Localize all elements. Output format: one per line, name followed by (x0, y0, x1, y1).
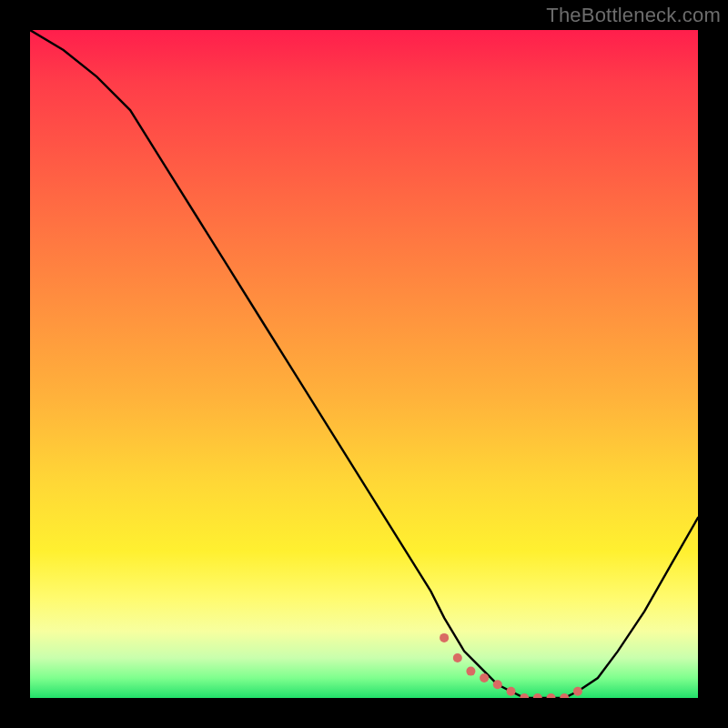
watermark-text: TheBottleneck.com (546, 4, 721, 27)
flat-region-dot (520, 693, 529, 698)
flat-region-dot (466, 667, 475, 676)
flat-region-dot (533, 693, 542, 698)
flat-region-dot (480, 673, 489, 682)
chart-frame: TheBottleneck.com (0, 0, 728, 728)
flat-region-dot (507, 687, 516, 696)
flat-region-dot (440, 633, 449, 642)
flat-region-dot (453, 653, 462, 662)
flat-region-dot (547, 693, 556, 698)
bottleneck-curve-svg (30, 30, 698, 698)
flat-region-dots (440, 633, 582, 698)
flat-region-dot (573, 687, 582, 696)
flat-region-dot (560, 693, 569, 698)
bottleneck-curve-path (30, 30, 698, 698)
flat-region-dot (493, 680, 502, 689)
